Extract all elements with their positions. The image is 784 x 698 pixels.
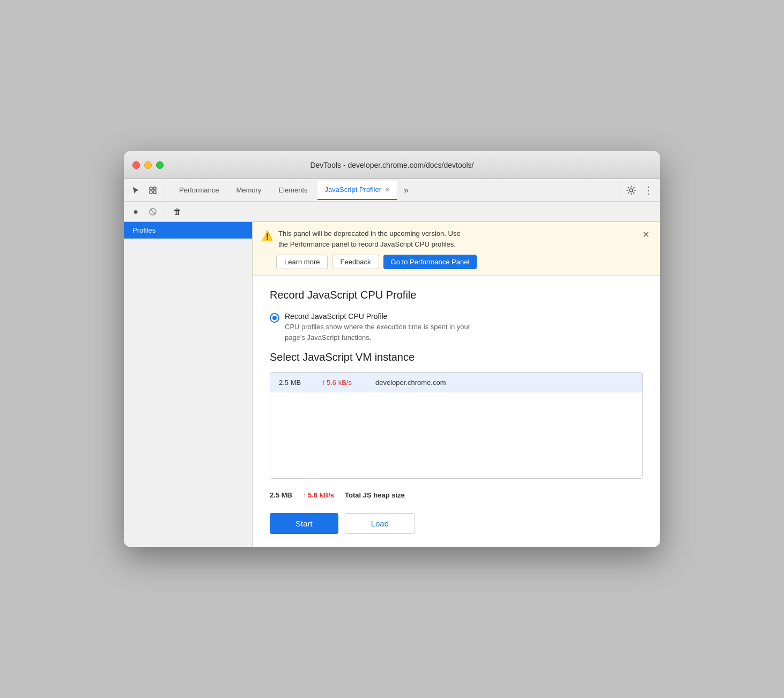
banner-line2: the Performance panel to record JavaScri…: [278, 239, 461, 250]
tab-memory-label: Memory: [236, 186, 261, 194]
bottom-actions: Start Load: [270, 513, 643, 534]
action-bar: ● 🗑: [124, 202, 660, 222]
warning-icon: ⚠️: [261, 229, 273, 243]
content-area: ⚠️ This panel will be deprecated in the …: [253, 222, 660, 547]
vm-footer: 2.5 MB ↑ 5.6 kB/s Total JS heap size: [270, 485, 643, 504]
radio-option-cpu-profile[interactable]: Record JavaScript CPU Profile CPU profil…: [270, 312, 643, 343]
tab-more-button[interactable]: »: [400, 183, 413, 197]
more-options-icon[interactable]: ⋮: [641, 183, 656, 198]
vm-empty-area: [270, 392, 642, 478]
go-to-performance-panel-button[interactable]: Go to Performance Panel: [383, 255, 477, 269]
banner-actions: Learn more Feedback Go to Performance Pa…: [261, 255, 652, 269]
vm-row-selected[interactable]: 2.5 MB ↑ 5.6 kB/s developer.chrome.com: [270, 373, 642, 392]
vm-instance-table: 2.5 MB ↑ 5.6 kB/s developer.chrome.com: [270, 372, 643, 479]
tab-close-icon[interactable]: ✕: [384, 187, 390, 193]
banner-message: ⚠️ This panel will be deprecated in the …: [261, 228, 652, 249]
toolbar-icons: [128, 183, 165, 198]
radio-desc-line2: page's JavaScript functions.: [285, 332, 470, 343]
tab-elements[interactable]: Elements: [271, 181, 315, 200]
tab-performance[interactable]: Performance: [172, 181, 226, 200]
minimize-button[interactable]: [144, 161, 152, 169]
tab-performance-label: Performance: [179, 186, 219, 194]
tab-elements-label: Elements: [278, 186, 307, 194]
vm-section-title: Select JavaScript VM instance: [270, 351, 643, 363]
profile-section-title: Record JavaScript CPU Profile: [270, 289, 643, 301]
radio-option-content: Record JavaScript CPU Profile CPU profil…: [285, 312, 470, 343]
radio-desc-line1: CPU profiles show where the execution ti…: [285, 322, 470, 332]
svg-rect-3: [153, 191, 156, 194]
tab-js-profiler[interactable]: JavaScript Profiler ✕: [317, 181, 397, 200]
radio-button-cpu[interactable]: [270, 313, 279, 323]
vm-row-url: developer.chrome.com: [375, 378, 446, 387]
main-layout: Profiles ⚠️ This panel will be deprecate…: [124, 222, 660, 547]
close-button[interactable]: [132, 161, 140, 169]
traffic-lights: [132, 161, 164, 169]
layers-icon[interactable]: [145, 183, 160, 198]
svg-rect-1: [153, 187, 156, 190]
start-button[interactable]: Start: [270, 513, 338, 534]
tab-bar: Performance Memory Elements JavaScript P…: [124, 179, 660, 202]
svg-point-4: [630, 189, 633, 192]
svg-rect-0: [150, 187, 152, 190]
sidebar-profiles-label: Profiles: [132, 226, 156, 234]
banner-text: This panel will be deprecated in the upc…: [278, 228, 461, 249]
radio-label: Record JavaScript CPU Profile: [285, 312, 470, 321]
footer-arrow-up-icon: ↑: [303, 491, 307, 499]
svg-line-6: [151, 209, 156, 214]
settings-icon[interactable]: [624, 183, 639, 198]
sidebar-item-profiles[interactable]: Profiles: [124, 222, 252, 239]
profile-content: Record JavaScript CPU Profile Record Jav…: [253, 276, 660, 547]
svg-rect-2: [150, 191, 152, 194]
footer-label: Total JS heap size: [345, 491, 405, 499]
footer-memory: 2.5 MB: [270, 491, 292, 499]
trash-icon[interactable]: 🗑: [169, 204, 184, 219]
vm-row-rate: ↑ 5.6 kB/s: [322, 378, 365, 387]
arrow-up-icon: ↑: [322, 378, 326, 387]
devtools-window: DevTools - developer.chrome.com/docs/dev…: [124, 151, 660, 547]
cursor-icon[interactable]: [128, 183, 143, 198]
banner-close-icon[interactable]: ✕: [640, 228, 652, 241]
load-button[interactable]: Load: [345, 513, 415, 534]
feedback-button[interactable]: Feedback: [332, 255, 379, 269]
footer-rate-value: 5.6 kB/s: [308, 491, 334, 499]
tab-memory[interactable]: Memory: [228, 181, 269, 200]
vm-row-memory: 2.5 MB: [279, 378, 311, 387]
deprecation-banner: ⚠️ This panel will be deprecated in the …: [253, 222, 660, 276]
tab-js-profiler-label: JavaScript Profiler: [325, 185, 381, 194]
vm-row-rate-value: 5.6 kB/s: [327, 378, 352, 387]
radio-inner: [272, 316, 277, 320]
sidebar: Profiles: [124, 222, 253, 547]
radio-desc: CPU profiles show where the execution ti…: [285, 322, 470, 343]
window-title: DevTools - developer.chrome.com/docs/dev…: [310, 161, 474, 169]
banner-line1: This panel will be deprecated in the upc…: [278, 228, 461, 239]
no-record-icon[interactable]: [145, 204, 160, 219]
maximize-button[interactable]: [156, 161, 164, 169]
record-icon[interactable]: ●: [128, 204, 143, 219]
tab-bar-right: ⋮: [619, 183, 656, 198]
footer-rate: ↑ 5.6 kB/s: [303, 491, 334, 499]
title-bar: DevTools - developer.chrome.com/docs/dev…: [124, 151, 660, 179]
action-divider: [165, 206, 165, 218]
learn-more-button[interactable]: Learn more: [276, 255, 328, 269]
